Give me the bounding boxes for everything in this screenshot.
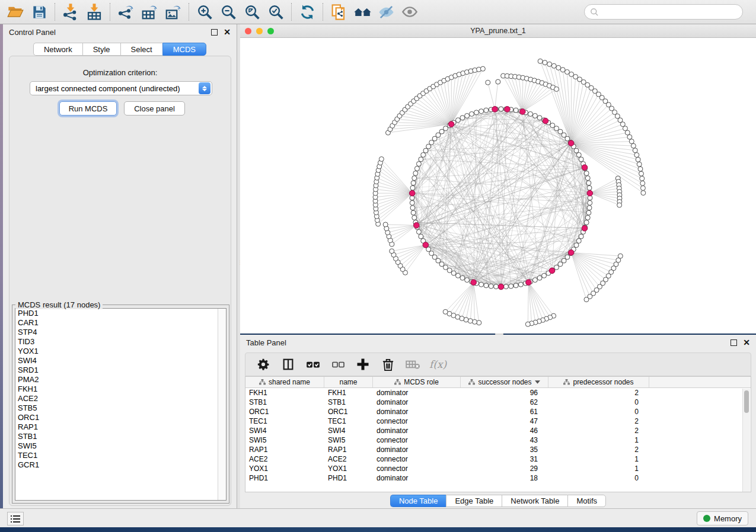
criterion-select[interactable]: largest connected component (undirected) [30, 81, 212, 95]
close-panel-button[interactable]: Close panel [124, 101, 185, 116]
table-cell[interactable]: 35 [461, 445, 548, 454]
table-cell[interactable]: 18 [461, 473, 548, 483]
column-header-shared-name[interactable]: shared name [245, 377, 324, 387]
network-window-titlebar[interactable]: YPA_prune.txt_1 [240, 24, 756, 38]
export-table-icon[interactable] [138, 2, 161, 22]
table-cell[interactable]: 2 [548, 445, 649, 454]
table-cell[interactable]: PHD1 [245, 473, 324, 483]
table-cell[interactable]: 2 [548, 426, 649, 435]
table-row[interactable]: SWI4SWI4dominator462 [245, 426, 751, 435]
column-header-name[interactable]: name [324, 377, 373, 387]
table-cell[interactable]: connector [373, 435, 461, 445]
table-row[interactable]: ORC1ORC1dominator610 [245, 407, 751, 416]
zoom-selected-icon[interactable] [264, 2, 288, 22]
table-cell[interactable]: dominator [373, 473, 461, 483]
table-scrollbar-thumb[interactable] [744, 390, 749, 413]
table-cell[interactable]: ACE2 [324, 454, 373, 464]
table-cell[interactable]: TEC1 [324, 416, 373, 426]
table-cell[interactable]: dominator [373, 426, 461, 435]
mcds-result-item[interactable]: CAR1 [15, 318, 226, 328]
mcds-list-scrollbar[interactable] [218, 309, 226, 500]
table-cell[interactable]: FKH1 [245, 388, 324, 398]
tab-network-table[interactable]: Network Table [502, 495, 567, 507]
table-scrollbar[interactable] [742, 389, 750, 492]
table-cell[interactable]: 31 [461, 454, 548, 464]
mcds-result-item[interactable]: ORC1 [15, 413, 226, 422]
export-network-icon[interactable] [114, 2, 138, 22]
zoom-in-icon[interactable] [193, 2, 216, 22]
mcds-result-item[interactable]: STB1 [15, 432, 226, 441]
mcds-result-item[interactable]: RAP1 [15, 422, 226, 432]
column-header-MCDS-role[interactable]: MCDS role [373, 377, 461, 387]
delete-column-icon[interactable] [379, 356, 396, 373]
table-cell[interactable]: FKH1 [324, 388, 373, 398]
table-cell[interactable]: 43 [461, 435, 548, 445]
table-cell[interactable]: RAP1 [324, 445, 373, 454]
float-panel-icon[interactable] [211, 29, 218, 36]
tab-network[interactable]: Network [33, 43, 82, 56]
table-cell[interactable]: 29 [461, 464, 548, 473]
table-cell[interactable]: 0 [548, 473, 649, 483]
column-header-successor-nodes[interactable]: successor nodes [461, 377, 548, 387]
task-history-button[interactable] [7, 512, 24, 525]
table-row[interactable]: RAP1RAP1dominator352 [245, 445, 751, 454]
mcds-result-item[interactable]: PHD1 [15, 309, 226, 318]
table-cell[interactable]: SWI4 [245, 426, 324, 435]
table-cell[interactable]: 46 [461, 426, 548, 435]
table-cell[interactable]: ACE2 [245, 454, 324, 464]
table-cell[interactable]: ORC1 [245, 407, 324, 416]
table-cell[interactable]: STB1 [324, 398, 373, 407]
tab-node-table[interactable]: Node Table [390, 495, 446, 507]
table-cell[interactable]: 1 [548, 435, 649, 445]
hide-selected-icon[interactable] [374, 2, 398, 22]
zoom-fit-icon[interactable] [240, 2, 264, 22]
mcds-result-item[interactable]: FKH1 [15, 384, 226, 394]
tab-mcds[interactable]: MCDS [162, 43, 206, 56]
mcds-result-item[interactable]: TID3 [15, 337, 226, 347]
mcds-result-item[interactable]: STP4 [15, 328, 226, 337]
close-panel-icon[interactable]: ✕ [224, 29, 231, 36]
table-options-gear-icon[interactable] [255, 356, 272, 373]
float-table-panel-icon[interactable] [731, 339, 737, 346]
open-file-icon[interactable] [4, 2, 27, 22]
memory-button[interactable]: Memory [697, 511, 748, 525]
table-row[interactable]: PHD1PHD1dominator180 [245, 473, 751, 483]
select-all-columns-icon[interactable] [305, 356, 321, 373]
show-all-icon[interactable] [398, 2, 422, 22]
mcds-result-item[interactable]: YOX1 [15, 347, 226, 356]
mcds-result-item[interactable]: SRD1 [15, 366, 226, 375]
table-cell[interactable]: dominator [373, 407, 461, 416]
table-row[interactable]: FKH1FKH1dominator962 [245, 388, 751, 398]
mcds-result-item[interactable]: GCR1 [15, 460, 226, 470]
clone-network-icon[interactable] [327, 2, 350, 22]
table-cell[interactable]: 0 [548, 407, 649, 416]
table-cell[interactable]: TEC1 [245, 416, 324, 426]
table-cell[interactable]: dominator [373, 398, 461, 407]
tab-motifs[interactable]: Motifs [567, 495, 606, 507]
table-cell[interactable]: YOX1 [324, 464, 373, 473]
table-cell[interactable]: connector [373, 416, 461, 426]
network-canvas[interactable] [240, 38, 756, 334]
table-row[interactable]: TEC1TEC1connector472 [245, 416, 751, 426]
table-cell[interactable]: YOX1 [245, 464, 324, 473]
column-header-predecessor-nodes[interactable]: predecessor nodes [548, 377, 649, 387]
mcds-result-item[interactable]: SWI4 [15, 356, 226, 366]
table-cell[interactable]: PHD1 [324, 473, 373, 483]
table-cell[interactable]: SWI5 [324, 435, 373, 445]
table-cell[interactable]: 1 [548, 454, 649, 464]
first-neighbors-icon[interactable] [350, 2, 374, 22]
save-session-icon[interactable] [27, 2, 51, 22]
table-cell[interactable]: STB1 [245, 398, 324, 407]
export-image-icon[interactable] [161, 2, 185, 22]
tab-select[interactable]: Select [120, 43, 162, 56]
table-cell[interactable]: 0 [548, 398, 649, 407]
table-row[interactable]: ACE2ACE2connector311 [245, 454, 751, 464]
table-cell[interactable]: connector [373, 464, 461, 473]
mcds-result-item[interactable]: TEC1 [15, 451, 226, 460]
table-cell[interactable]: SWI4 [324, 426, 373, 435]
table-cell[interactable]: 62 [461, 398, 548, 407]
table-cell[interactable]: SWI5 [245, 435, 324, 445]
mcds-result-item[interactable]: ACE2 [15, 394, 226, 403]
table-cell[interactable]: 1 [548, 464, 649, 473]
table-cell[interactable]: 47 [461, 416, 548, 426]
